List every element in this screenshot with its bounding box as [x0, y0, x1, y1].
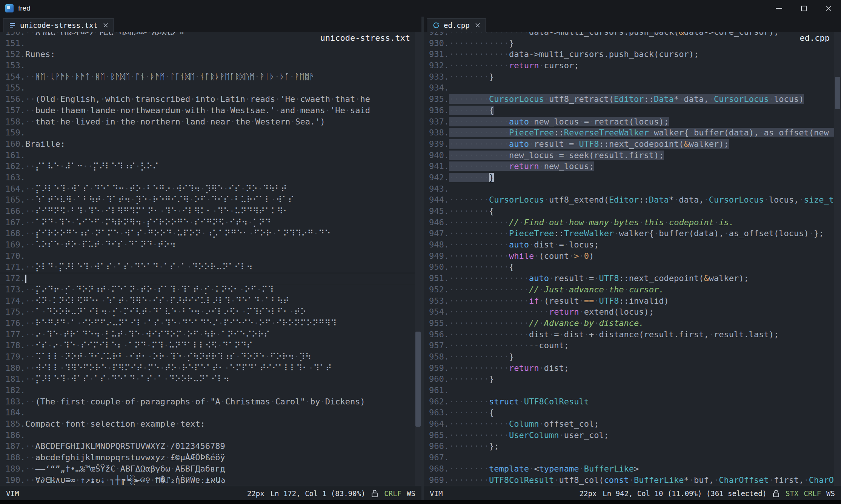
- editor-line[interactable]: 174.··⠪⠝·⠅⠝⠪⠇⠫⠛⠑⠂·⠱⠁⠞·⠹⠻⠑·⠊⠎·⠏⠜⠞⠊⠊⠥⠇⠜⠇⠹·…: [0, 295, 415, 307]
- editor-line[interactable]: 964.············Column·offset_col;: [424, 418, 834, 430]
- editor-line[interactable]: 155.: [0, 82, 415, 94]
- editor-line[interactable]: 941.············return·new_locus;: [424, 161, 834, 172]
- editor-line[interactable]: 186.: [0, 430, 415, 441]
- editor-line[interactable]: 961.: [424, 385, 834, 396]
- cpp-file-icon: [432, 22, 440, 29]
- editor-line[interactable]: 940.············new_locus·=·seek(result.…: [424, 150, 834, 161]
- editor-line[interactable]: 953.················if·(result·==·UTF8::…: [424, 295, 834, 307]
- editor-line[interactable]: 947.············PieceTree::TreeWalker·wa…: [424, 228, 834, 239]
- editor-line[interactable]: 159.: [0, 127, 415, 138]
- editor-line[interactable]: 950.············{: [424, 261, 834, 273]
- editor-line[interactable]: 932.············return·cursor;: [424, 60, 834, 71]
- editor-line[interactable]: 183.··(The·first·couple·of·paragraphs·of…: [0, 396, 415, 407]
- editor-line[interactable]: 169.··⠡⠕⠎⠑·⠞⠕·⠏⠥⠞·⠙⠊⠎·⠙⠁⠝⠙·⠞⠕⠲: [0, 239, 415, 250]
- editor-line[interactable]: 933.········}: [424, 71, 834, 83]
- editor-line[interactable]: 156.··(Old·English,·which·transcribed·in…: [0, 94, 415, 105]
- editor-line[interactable]: 160.Braille:: [0, 138, 415, 150]
- editor-line[interactable]: 944.········CursorLocus·utf8_extend(Edit…: [424, 194, 834, 206]
- editor-line[interactable]: 963.········{: [424, 407, 834, 418]
- editor-line[interactable]: 190.··∀∂∈ℝ∧∪≡∞·↑↗↨↻⇣·┐┼╔╘░►☺♀·ﬁ�⑀₂ἠḂӥẄɐː…: [0, 475, 415, 486]
- editor-line[interactable]: 189.··–—‘“”„†•…‰™œŠŸž€·ΑΒΓΔΩαβγδω·АБВГДа…: [0, 463, 415, 475]
- editor-line[interactable]: 177.··⠔·⠹⠑·⠞⠗⠁⠙⠑⠲·⡃⠥⠞·⠹⠑·⠺⠊⠎⠙⠕⠍·⠕⠋·⠳⠗·⠁⠝…: [0, 329, 415, 340]
- editor-line[interactable]: 185.Compact·font·selection·example·text:: [0, 418, 415, 430]
- editor-line[interactable]: 952.················//·Just·advance·the·…: [424, 284, 834, 295]
- editor-line[interactable]: 938.············PieceTree::ReverseTreeWa…: [424, 127, 834, 138]
- tab-close-icon[interactable]: [103, 23, 108, 28]
- editor-line[interactable]: 176.··⠗⠑⠛⠜⠙·⠁·⠊⠕⠋⠋⠔⠤⠝⠁⠊⠇·⠁⠎·⠹⠑·⠙⠑⠁⠙⠑⠌·⠏⠊…: [0, 318, 415, 329]
- editor-line[interactable]: 958.············}: [424, 351, 834, 363]
- editor-line[interactable]: 161.: [0, 150, 415, 161]
- editor-line[interactable]: 934.: [424, 82, 834, 94]
- left-scrollbar[interactable]: [415, 32, 421, 486]
- editor-line[interactable]: 969.········UTF8ColResult·utf8_col(const…: [424, 475, 834, 486]
- editor-line[interactable]: 937.············auto·new_locus·=·retract…: [424, 116, 834, 128]
- editor-line[interactable]: 179.··⠩⠁⠇⠇·⠝⠕⠞·⠙⠊⠌⠥⠗⠃·⠊⠞⠂·⠕⠗·⠹⠑·⡊⠳⠝⠞⠗⠹⠰⠎…: [0, 351, 415, 363]
- left-editor[interactable]: 150.··እግዜር·የከፈተውን·ጉሮሮ·ሳይዘጋው·አይድርም።151.15…: [0, 32, 421, 486]
- maximize-button[interactable]: [791, 0, 816, 17]
- editor-line[interactable]: 154.··ᚻᛖ·ᚳᚹᚫᚦ·ᚦᚫᛏ·ᚻᛖ·ᛒᚢᛞᛖ·ᚩᚾ·ᚦᚫᛗ·ᛚᚪᚾᛞᛖ·ᚾ…: [0, 71, 415, 83]
- editor-line[interactable]: 931.············data->multi_cursors.push…: [424, 49, 834, 60]
- editor-line[interactable]: 165.··⠱⠁⠞⠑⠧⠻·⠁⠃⠳⠞·⠹⠁⠞⠲·⡹⠑·⠗⠑⠛⠊⠌⠻·⠕⠋·⠙⠊⠎·…: [0, 194, 415, 206]
- lock-icon[interactable]: [371, 489, 378, 498]
- editor-line[interactable]: 954.····················return·extend(lo…: [424, 306, 834, 318]
- editor-line[interactable]: 949.············while·(count·>·0): [424, 250, 834, 262]
- editor-line[interactable]: 158.··that·he·lived·in·the·northern·land…: [0, 116, 415, 128]
- editor-line[interactable]: 178.··⠊⠎·⠔·⠹⠑·⠎⠊⠍⠊⠇⠑⠆·⠁⠝⠙·⠍⠹·⠥⠝⠙⠁⠇⠇⠪⠫·⠙⠁…: [0, 340, 415, 351]
- editor-line[interactable]: 935.········CursorLocus·utf8_retract(Edi…: [424, 94, 834, 105]
- editor-line[interactable]: 955.················//·Advance·by·distan…: [424, 318, 834, 329]
- editor-line[interactable]: 957.················--count;: [424, 340, 834, 351]
- lock-icon[interactable]: [773, 489, 780, 498]
- minimize-button[interactable]: [766, 0, 791, 17]
- editor-line[interactable]: 945.········{: [424, 206, 834, 217]
- editor-line[interactable]: 152.Runes:: [0, 49, 415, 60]
- editor-line[interactable]: 170.: [0, 250, 415, 262]
- editor-line[interactable]: 167.··⠁⠝⠙·⠹⠑·⠡⠊⠑⠋·⠍⠳⠗⠝⠻⠲·⡎⠊⠗⠕⠕⠛⠑·⠎⠊⠛⠝⠫·⠊…: [0, 217, 415, 228]
- editor-line[interactable]: 157.··bude·thaem·lande·northweardum·with…: [0, 105, 415, 116]
- editor-line[interactable]: 168.··⡎⠊⠗⠕⠕⠛⠑⠰⠎·⠝⠁⠍⠑·⠺⠁⠎·⠛⠕⠕⠙·⠥⠏⠕⠝·⠰⡡⠁⠝⠛…: [0, 228, 415, 239]
- editor-line[interactable]: 967.: [424, 452, 834, 463]
- right-editor[interactable]: 929.················data->multi_cursors.…: [424, 32, 841, 486]
- editor-line[interactable]: 946.············//·Find·out·how·many·byt…: [424, 217, 834, 228]
- editor-line[interactable]: 943.: [424, 183, 834, 195]
- editor-line[interactable]: 960.········}: [424, 373, 834, 385]
- editor-line[interactable]: 164.··⡍⠜⠇⠑⠹·⠺⠁⠎·⠙⠑⠁⠙⠒·⠞⠕·⠃⠑⠛⠔·⠺⠊⠹⠲·⡹⠻⠑·⠊…: [0, 183, 415, 195]
- editor-line[interactable]: 966.········};: [424, 441, 834, 452]
- tab-unicode-stress-txt[interactable]: unicode-stress.txt: [3, 18, 114, 32]
- close-button[interactable]: [816, 0, 841, 17]
- titlebar[interactable]: fred: [0, 0, 841, 17]
- right-scrollbar[interactable]: [834, 32, 841, 486]
- tab-close-icon[interactable]: [475, 23, 480, 28]
- editor-line[interactable]: 180.··⠺⠊⠇⠇·⠹⠻⠑⠋⠕⠗⠑·⠏⠻⠍⠊⠞·⠍⠑·⠞⠕·⠗⠑⠏⠑⠁⠞⠂·⠑…: [0, 363, 415, 374]
- editor-line[interactable]: 175.··⠁·⠙⠕⠕⠗⠤⠝⠁⠊⠇⠲·⡊·⠍⠊⠣⠞·⠙⠁⠧⠑·⠃⠑⠲·⠔⠊⠇⠔⠫…: [0, 306, 415, 318]
- editor-line[interactable]: 956.················dist·=·dist·+·distan…: [424, 329, 834, 340]
- tab-ed-cpp[interactable]: ed.cpp: [427, 18, 486, 32]
- left-scrollbar-thumb[interactable]: [415, 332, 421, 427]
- editor-line[interactable]: 181.··⡍⠜⠇⠑⠹·⠺⠁⠎·⠁⠎·⠙⠑⠁⠙·⠁⠎·⠁·⠙⠕⠕⠗⠤⠝⠁⠊⠇⠲: [0, 373, 415, 385]
- editor-line[interactable]: 188.··abcdefghijklmnopqrstuvwxyz·£©µÀÆÖÞ…: [0, 452, 415, 463]
- editor-line[interactable]: 184.: [0, 407, 415, 418]
- app-icon: [5, 4, 14, 12]
- editor-line[interactable]: 948.············auto·dist·=·locus;: [424, 239, 834, 250]
- editor-line[interactable]: 936.········{: [424, 105, 834, 116]
- editor-line[interactable]: 173.··⡍⠔⠙⠖·⡊·⠙⠕⠝⠰⠞·⠍⠑⠁⠝·⠞⠕·⠎⠁⠹·⠹⠁⠞·⡊·⠅⠝⠪…: [0, 284, 415, 295]
- editor-line[interactable]: 153.: [0, 60, 415, 71]
- editor-line[interactable]: 930.············}: [424, 38, 834, 49]
- editor-line[interactable]: 182.: [0, 385, 415, 396]
- editor-line[interactable]: 965.············UserColumn·user_col;: [424, 430, 834, 441]
- editor-line[interactable]: 929.················data->multi_cursors.…: [424, 32, 834, 38]
- editor-line[interactable]: 968.········template·<typename·BufferLik…: [424, 463, 834, 475]
- editor-line[interactable]: 939.············auto·result·=·UTF8::next…: [424, 138, 834, 150]
- window-title: fred: [18, 4, 31, 12]
- editor-line[interactable]: 951.················auto·result·=·UTF8::…: [424, 273, 834, 284]
- editor-line[interactable]: 162.··⡌⠁⠧⠑·⠼⠁⠒··⡍⠜⠇⠑⠹⠰⠎·⡣⠕⠌: [0, 161, 415, 172]
- flag-ws: WS: [826, 489, 835, 498]
- editor-line[interactable]: 959.············return·dist;: [424, 363, 834, 374]
- editor-line[interactable]: 163.: [0, 172, 415, 183]
- right-scrollbar-thumb[interactable]: [835, 77, 840, 109]
- editor-line[interactable]: 171.··⡕⠇⠙·⡍⠜⠇⠑⠹·⠺⠁⠎·⠁⠎·⠙⠑⠁⠙·⠁⠎·⠁·⠙⠕⠕⠗⠤⠝⠁…: [0, 261, 415, 273]
- editor-line[interactable]: 172.: [0, 273, 415, 284]
- editor-line[interactable]: 166.··⠎⠊⠛⠝⠫·⠃⠹·⠹⠑·⠊⠇⠻⠛⠹⠍⠁⠝⠂·⠹⠑·⠊⠇⠻⠅⠂·⠹⠑·…: [0, 206, 415, 217]
- editor-line[interactable]: 187.··ABCDEFGHIJKLMNOPQRSTUVWXYZ·/012345…: [0, 441, 415, 452]
- editor-line[interactable]: 942.········}: [424, 172, 834, 183]
- editor-line[interactable]: 962.········struct·UTF8ColResult: [424, 396, 834, 407]
